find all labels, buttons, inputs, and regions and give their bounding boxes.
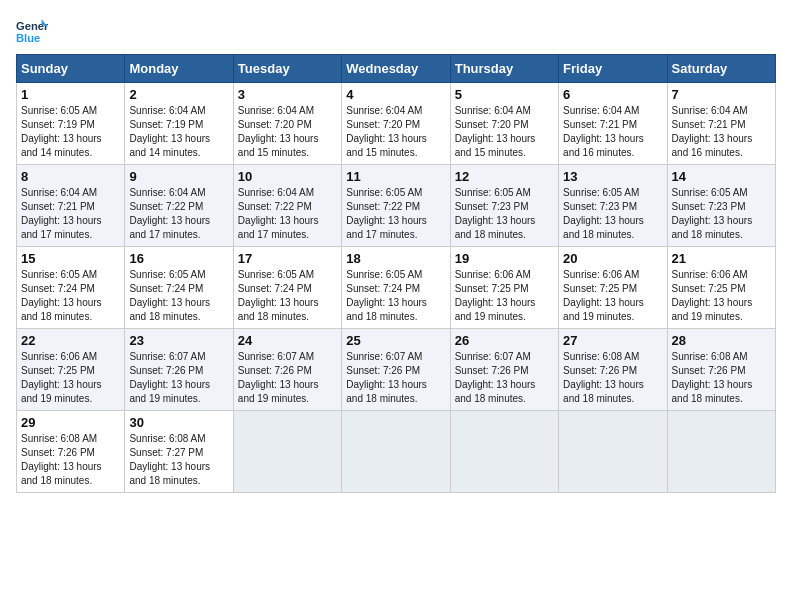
day-info: Sunrise: 6:05 AMSunset: 7:23 PMDaylight:… (455, 187, 536, 240)
day-info: Sunrise: 6:08 AMSunset: 7:26 PMDaylight:… (672, 351, 753, 404)
day-number: 12 (455, 169, 554, 184)
calendar-cell: 6 Sunrise: 6:04 AMSunset: 7:21 PMDayligh… (559, 83, 667, 165)
header: General Blue (16, 16, 776, 48)
calendar-cell (233, 411, 341, 493)
day-number: 1 (21, 87, 120, 102)
weekday-header-thursday: Thursday (450, 55, 558, 83)
calendar-week-row: 15 Sunrise: 6:05 AMSunset: 7:24 PMDaylig… (17, 247, 776, 329)
calendar-cell: 16 Sunrise: 6:05 AMSunset: 7:24 PMDaylig… (125, 247, 233, 329)
day-number: 17 (238, 251, 337, 266)
day-number: 28 (672, 333, 771, 348)
calendar-week-row: 29 Sunrise: 6:08 AMSunset: 7:26 PMDaylig… (17, 411, 776, 493)
calendar-cell (667, 411, 775, 493)
calendar-cell: 11 Sunrise: 6:05 AMSunset: 7:22 PMDaylig… (342, 165, 450, 247)
calendar-cell: 26 Sunrise: 6:07 AMSunset: 7:26 PMDaylig… (450, 329, 558, 411)
day-info: Sunrise: 6:05 AMSunset: 7:24 PMDaylight:… (238, 269, 319, 322)
day-info: Sunrise: 6:07 AMSunset: 7:26 PMDaylight:… (238, 351, 319, 404)
day-info: Sunrise: 6:06 AMSunset: 7:25 PMDaylight:… (21, 351, 102, 404)
calendar-cell: 17 Sunrise: 6:05 AMSunset: 7:24 PMDaylig… (233, 247, 341, 329)
day-info: Sunrise: 6:08 AMSunset: 7:26 PMDaylight:… (563, 351, 644, 404)
day-number: 22 (21, 333, 120, 348)
day-number: 30 (129, 415, 228, 430)
day-number: 4 (346, 87, 445, 102)
day-number: 15 (21, 251, 120, 266)
calendar-cell: 18 Sunrise: 6:05 AMSunset: 7:24 PMDaylig… (342, 247, 450, 329)
calendar-cell: 24 Sunrise: 6:07 AMSunset: 7:26 PMDaylig… (233, 329, 341, 411)
day-info: Sunrise: 6:04 AMSunset: 7:22 PMDaylight:… (129, 187, 210, 240)
day-number: 18 (346, 251, 445, 266)
calendar-cell: 2 Sunrise: 6:04 AMSunset: 7:19 PMDayligh… (125, 83, 233, 165)
day-number: 21 (672, 251, 771, 266)
calendar-cell (342, 411, 450, 493)
day-info: Sunrise: 6:08 AMSunset: 7:26 PMDaylight:… (21, 433, 102, 486)
weekday-header-wednesday: Wednesday (342, 55, 450, 83)
day-info: Sunrise: 6:05 AMSunset: 7:23 PMDaylight:… (672, 187, 753, 240)
day-number: 19 (455, 251, 554, 266)
weekday-header-row: SundayMondayTuesdayWednesdayThursdayFrid… (17, 55, 776, 83)
day-info: Sunrise: 6:04 AMSunset: 7:22 PMDaylight:… (238, 187, 319, 240)
calendar-cell: 22 Sunrise: 6:06 AMSunset: 7:25 PMDaylig… (17, 329, 125, 411)
calendar-cell: 27 Sunrise: 6:08 AMSunset: 7:26 PMDaylig… (559, 329, 667, 411)
day-info: Sunrise: 6:04 AMSunset: 7:21 PMDaylight:… (21, 187, 102, 240)
weekday-header-saturday: Saturday (667, 55, 775, 83)
day-number: 2 (129, 87, 228, 102)
day-info: Sunrise: 6:05 AMSunset: 7:22 PMDaylight:… (346, 187, 427, 240)
day-number: 10 (238, 169, 337, 184)
calendar-cell (559, 411, 667, 493)
weekday-header-friday: Friday (559, 55, 667, 83)
calendar-cell: 21 Sunrise: 6:06 AMSunset: 7:25 PMDaylig… (667, 247, 775, 329)
day-info: Sunrise: 6:05 AMSunset: 7:19 PMDaylight:… (21, 105, 102, 158)
weekday-header-sunday: Sunday (17, 55, 125, 83)
day-info: Sunrise: 6:06 AMSunset: 7:25 PMDaylight:… (672, 269, 753, 322)
calendar-cell: 14 Sunrise: 6:05 AMSunset: 7:23 PMDaylig… (667, 165, 775, 247)
calendar-cell: 25 Sunrise: 6:07 AMSunset: 7:26 PMDaylig… (342, 329, 450, 411)
calendar-cell: 3 Sunrise: 6:04 AMSunset: 7:20 PMDayligh… (233, 83, 341, 165)
weekday-header-tuesday: Tuesday (233, 55, 341, 83)
day-info: Sunrise: 6:06 AMSunset: 7:25 PMDaylight:… (455, 269, 536, 322)
calendar-cell: 12 Sunrise: 6:05 AMSunset: 7:23 PMDaylig… (450, 165, 558, 247)
day-info: Sunrise: 6:05 AMSunset: 7:24 PMDaylight:… (21, 269, 102, 322)
day-info: Sunrise: 6:05 AMSunset: 7:24 PMDaylight:… (129, 269, 210, 322)
day-number: 3 (238, 87, 337, 102)
day-number: 20 (563, 251, 662, 266)
svg-text:Blue: Blue (16, 32, 40, 44)
day-info: Sunrise: 6:05 AMSunset: 7:24 PMDaylight:… (346, 269, 427, 322)
day-number: 26 (455, 333, 554, 348)
day-info: Sunrise: 6:07 AMSunset: 7:26 PMDaylight:… (346, 351, 427, 404)
day-info: Sunrise: 6:06 AMSunset: 7:25 PMDaylight:… (563, 269, 644, 322)
day-number: 11 (346, 169, 445, 184)
day-number: 16 (129, 251, 228, 266)
calendar-week-row: 22 Sunrise: 6:06 AMSunset: 7:25 PMDaylig… (17, 329, 776, 411)
day-number: 29 (21, 415, 120, 430)
calendar-cell: 4 Sunrise: 6:04 AMSunset: 7:20 PMDayligh… (342, 83, 450, 165)
calendar-week-row: 8 Sunrise: 6:04 AMSunset: 7:21 PMDayligh… (17, 165, 776, 247)
day-number: 27 (563, 333, 662, 348)
day-info: Sunrise: 6:04 AMSunset: 7:20 PMDaylight:… (455, 105, 536, 158)
calendar-cell: 20 Sunrise: 6:06 AMSunset: 7:25 PMDaylig… (559, 247, 667, 329)
calendar-cell: 15 Sunrise: 6:05 AMSunset: 7:24 PMDaylig… (17, 247, 125, 329)
day-info: Sunrise: 6:07 AMSunset: 7:26 PMDaylight:… (129, 351, 210, 404)
day-number: 25 (346, 333, 445, 348)
calendar-cell: 7 Sunrise: 6:04 AMSunset: 7:21 PMDayligh… (667, 83, 775, 165)
calendar-cell: 19 Sunrise: 6:06 AMSunset: 7:25 PMDaylig… (450, 247, 558, 329)
day-number: 9 (129, 169, 228, 184)
calendar-cell: 23 Sunrise: 6:07 AMSunset: 7:26 PMDaylig… (125, 329, 233, 411)
calendar-cell: 28 Sunrise: 6:08 AMSunset: 7:26 PMDaylig… (667, 329, 775, 411)
day-number: 6 (563, 87, 662, 102)
day-info: Sunrise: 6:08 AMSunset: 7:27 PMDaylight:… (129, 433, 210, 486)
day-info: Sunrise: 6:04 AMSunset: 7:19 PMDaylight:… (129, 105, 210, 158)
calendar-cell: 13 Sunrise: 6:05 AMSunset: 7:23 PMDaylig… (559, 165, 667, 247)
logo-icon: General Blue (16, 16, 48, 48)
day-info: Sunrise: 6:04 AMSunset: 7:21 PMDaylight:… (563, 105, 644, 158)
day-number: 24 (238, 333, 337, 348)
day-number: 14 (672, 169, 771, 184)
calendar-cell: 29 Sunrise: 6:08 AMSunset: 7:26 PMDaylig… (17, 411, 125, 493)
day-info: Sunrise: 6:04 AMSunset: 7:21 PMDaylight:… (672, 105, 753, 158)
day-info: Sunrise: 6:04 AMSunset: 7:20 PMDaylight:… (346, 105, 427, 158)
calendar-cell (450, 411, 558, 493)
calendar-cell: 5 Sunrise: 6:04 AMSunset: 7:20 PMDayligh… (450, 83, 558, 165)
day-number: 8 (21, 169, 120, 184)
weekday-header-monday: Monday (125, 55, 233, 83)
day-number: 13 (563, 169, 662, 184)
calendar-cell: 8 Sunrise: 6:04 AMSunset: 7:21 PMDayligh… (17, 165, 125, 247)
